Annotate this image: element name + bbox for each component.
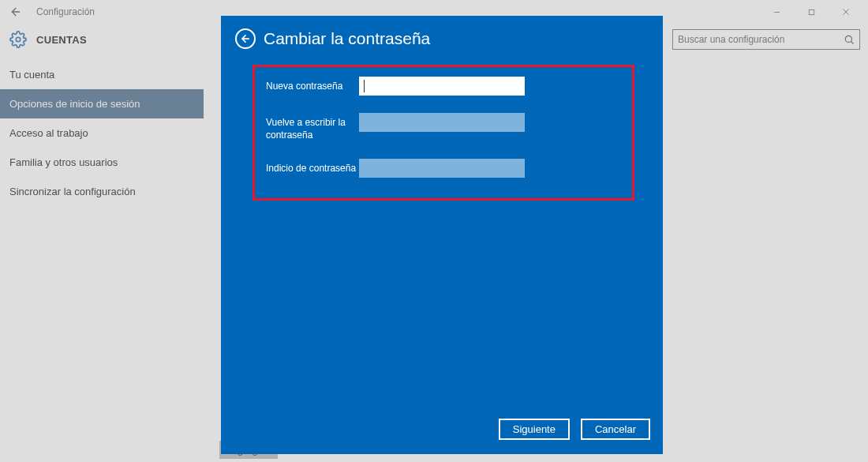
cancel-button-label: Cancelar [595,423,636,435]
sidebar-item-sync[interactable]: Sincronizar la configuración [0,177,204,206]
maximize-button[interactable] [794,1,829,23]
sidebar: Tu cuenta Opciones de inicio de sesión A… [0,55,204,462]
change-password-dialog: Cambiar la contraseña Nueva contraseña V… [221,16,663,454]
search-input[interactable] [678,34,844,45]
dialog-footer: Siguiente Cancelar [221,408,663,454]
minimize-icon [773,8,781,17]
svg-line-7 [851,42,854,44]
svg-rect-2 [809,9,814,14]
label-new-password: Nueva contraseña [266,77,359,92]
close-icon [841,7,851,17]
new-password-field[interactable] [359,77,525,96]
next-button-label: Siguiente [513,423,556,435]
label-repeat-password: Vuelve a escribir la contraseña [266,113,359,141]
sidebar-item-label: Opciones de inicio de sesión [9,98,140,110]
search-box[interactable] [672,29,860,50]
password-hint-field[interactable] [359,159,525,178]
arrow-left-icon [9,6,22,18]
section-title: CUENTAS [36,34,87,46]
sidebar-item-signin-options[interactable]: Opciones de inicio de sesión [0,89,204,118]
label-password-hint: Indicio de contraseña [266,159,359,175]
window-controls [759,1,863,23]
form-row-password-hint: Indicio de contraseña [266,159,618,178]
minimize-button[interactable] [759,1,794,23]
form-row-repeat-password: Vuelve a escribir la contraseña [266,113,618,141]
settings-icon [8,29,28,50]
sidebar-item-label: Acceso al trabajo [9,127,88,139]
search-icon [844,34,855,45]
sidebar-item-work-access[interactable]: Acceso al trabajo [0,118,204,148]
cancel-button[interactable]: Cancelar [581,419,650,440]
sidebar-item-account[interactable]: Tu cuenta [0,60,204,89]
arrow-left-icon [240,33,251,44]
maximize-icon [807,8,816,17]
sidebar-item-label: Sincronizar la configuración [9,186,136,197]
password-form-highlight: Nueva contraseña Vuelve a escribir la co… [253,65,634,201]
form-row-new-password: Nueva contraseña [266,77,618,96]
sidebar-item-label: Familia y otros usuarios [9,156,118,168]
dialog-header: Cambiar la contraseña [221,16,663,54]
next-button[interactable]: Siguiente [499,419,570,440]
svg-point-5 [16,37,21,42]
sidebar-item-family[interactable]: Familia y otros usuarios [0,148,204,177]
dialog-back-button[interactable] [235,28,256,49]
sidebar-item-label: Tu cuenta [9,69,54,81]
window-title: Configuración [36,6,95,17]
back-button[interactable] [2,1,30,23]
close-button[interactable] [829,1,863,23]
repeat-password-field[interactable] [359,113,525,132]
dialog-title: Cambiar la contraseña [264,29,430,48]
